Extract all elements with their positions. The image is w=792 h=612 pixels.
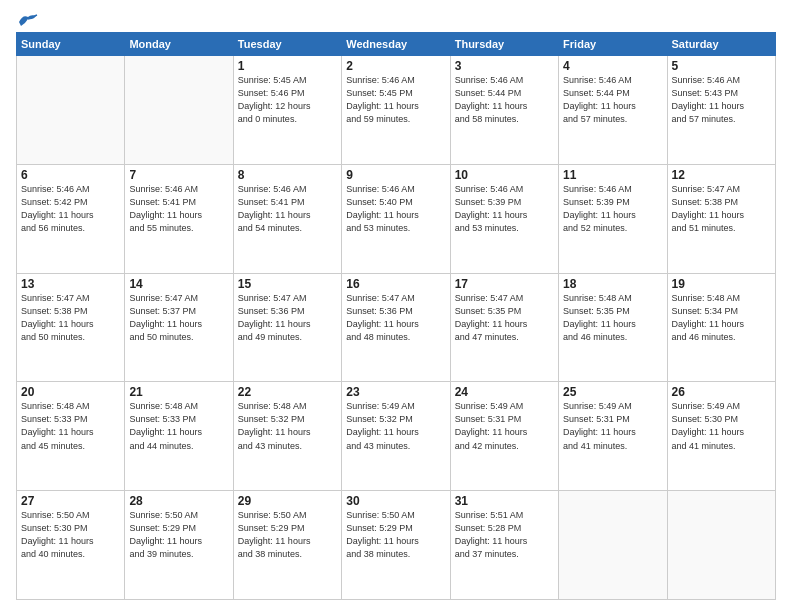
day-number: 24 <box>455 385 554 399</box>
header <box>16 12 776 24</box>
day-number: 22 <box>238 385 337 399</box>
day-number: 30 <box>346 494 445 508</box>
day-info: Sunrise: 5:47 AM Sunset: 5:36 PM Dayligh… <box>346 292 445 344</box>
logo <box>16 12 40 24</box>
day-number: 21 <box>129 385 228 399</box>
day-number: 2 <box>346 59 445 73</box>
day-number: 1 <box>238 59 337 73</box>
day-number: 18 <box>563 277 662 291</box>
day-number: 23 <box>346 385 445 399</box>
day-number: 11 <box>563 168 662 182</box>
day-cell-25: 25Sunrise: 5:49 AM Sunset: 5:31 PM Dayli… <box>559 382 667 491</box>
day-number: 31 <box>455 494 554 508</box>
day-info: Sunrise: 5:46 AM Sunset: 5:45 PM Dayligh… <box>346 74 445 126</box>
day-number: 9 <box>346 168 445 182</box>
day-cell-8: 8Sunrise: 5:46 AM Sunset: 5:41 PM Daylig… <box>233 164 341 273</box>
day-cell-17: 17Sunrise: 5:47 AM Sunset: 5:35 PM Dayli… <box>450 273 558 382</box>
day-info: Sunrise: 5:46 AM Sunset: 5:43 PM Dayligh… <box>672 74 771 126</box>
day-cell-20: 20Sunrise: 5:48 AM Sunset: 5:33 PM Dayli… <box>17 382 125 491</box>
weekday-thursday: Thursday <box>450 33 558 56</box>
page: SundayMondayTuesdayWednesdayThursdayFrid… <box>0 0 792 612</box>
day-info: Sunrise: 5:47 AM Sunset: 5:35 PM Dayligh… <box>455 292 554 344</box>
day-info: Sunrise: 5:46 AM Sunset: 5:39 PM Dayligh… <box>455 183 554 235</box>
day-info: Sunrise: 5:49 AM Sunset: 5:31 PM Dayligh… <box>563 400 662 452</box>
day-cell-23: 23Sunrise: 5:49 AM Sunset: 5:32 PM Dayli… <box>342 382 450 491</box>
week-row-4: 20Sunrise: 5:48 AM Sunset: 5:33 PM Dayli… <box>17 382 776 491</box>
day-number: 26 <box>672 385 771 399</box>
day-cell-1: 1Sunrise: 5:45 AM Sunset: 5:46 PM Daylig… <box>233 56 341 165</box>
day-number: 19 <box>672 277 771 291</box>
day-number: 12 <box>672 168 771 182</box>
day-info: Sunrise: 5:46 AM Sunset: 5:41 PM Dayligh… <box>238 183 337 235</box>
day-info: Sunrise: 5:47 AM Sunset: 5:38 PM Dayligh… <box>21 292 120 344</box>
day-cell-10: 10Sunrise: 5:46 AM Sunset: 5:39 PM Dayli… <box>450 164 558 273</box>
day-cell-14: 14Sunrise: 5:47 AM Sunset: 5:37 PM Dayli… <box>125 273 233 382</box>
day-cell-31: 31Sunrise: 5:51 AM Sunset: 5:28 PM Dayli… <box>450 491 558 600</box>
day-info: Sunrise: 5:48 AM Sunset: 5:33 PM Dayligh… <box>129 400 228 452</box>
day-info: Sunrise: 5:46 AM Sunset: 5:42 PM Dayligh… <box>21 183 120 235</box>
day-number: 4 <box>563 59 662 73</box>
day-number: 5 <box>672 59 771 73</box>
weekday-wednesday: Wednesday <box>342 33 450 56</box>
day-info: Sunrise: 5:46 AM Sunset: 5:41 PM Dayligh… <box>129 183 228 235</box>
week-row-1: 1Sunrise: 5:45 AM Sunset: 5:46 PM Daylig… <box>17 56 776 165</box>
day-cell-6: 6Sunrise: 5:46 AM Sunset: 5:42 PM Daylig… <box>17 164 125 273</box>
day-info: Sunrise: 5:50 AM Sunset: 5:29 PM Dayligh… <box>129 509 228 561</box>
day-info: Sunrise: 5:46 AM Sunset: 5:40 PM Dayligh… <box>346 183 445 235</box>
day-number: 10 <box>455 168 554 182</box>
day-number: 28 <box>129 494 228 508</box>
day-info: Sunrise: 5:47 AM Sunset: 5:36 PM Dayligh… <box>238 292 337 344</box>
day-cell-26: 26Sunrise: 5:49 AM Sunset: 5:30 PM Dayli… <box>667 382 775 491</box>
empty-cell <box>559 491 667 600</box>
day-info: Sunrise: 5:46 AM Sunset: 5:44 PM Dayligh… <box>563 74 662 126</box>
day-cell-9: 9Sunrise: 5:46 AM Sunset: 5:40 PM Daylig… <box>342 164 450 273</box>
calendar-table: SundayMondayTuesdayWednesdayThursdayFrid… <box>16 32 776 600</box>
day-cell-16: 16Sunrise: 5:47 AM Sunset: 5:36 PM Dayli… <box>342 273 450 382</box>
day-cell-13: 13Sunrise: 5:47 AM Sunset: 5:38 PM Dayli… <box>17 273 125 382</box>
day-number: 13 <box>21 277 120 291</box>
day-number: 25 <box>563 385 662 399</box>
empty-cell <box>17 56 125 165</box>
day-cell-5: 5Sunrise: 5:46 AM Sunset: 5:43 PM Daylig… <box>667 56 775 165</box>
weekday-friday: Friday <box>559 33 667 56</box>
day-info: Sunrise: 5:48 AM Sunset: 5:32 PM Dayligh… <box>238 400 337 452</box>
day-info: Sunrise: 5:46 AM Sunset: 5:39 PM Dayligh… <box>563 183 662 235</box>
day-cell-4: 4Sunrise: 5:46 AM Sunset: 5:44 PM Daylig… <box>559 56 667 165</box>
day-info: Sunrise: 5:50 AM Sunset: 5:29 PM Dayligh… <box>346 509 445 561</box>
day-info: Sunrise: 5:51 AM Sunset: 5:28 PM Dayligh… <box>455 509 554 561</box>
day-cell-27: 27Sunrise: 5:50 AM Sunset: 5:30 PM Dayli… <box>17 491 125 600</box>
day-number: 8 <box>238 168 337 182</box>
day-cell-30: 30Sunrise: 5:50 AM Sunset: 5:29 PM Dayli… <box>342 491 450 600</box>
day-cell-11: 11Sunrise: 5:46 AM Sunset: 5:39 PM Dayli… <box>559 164 667 273</box>
day-number: 14 <box>129 277 228 291</box>
day-number: 16 <box>346 277 445 291</box>
weekday-sunday: Sunday <box>17 33 125 56</box>
day-cell-19: 19Sunrise: 5:48 AM Sunset: 5:34 PM Dayli… <box>667 273 775 382</box>
day-cell-12: 12Sunrise: 5:47 AM Sunset: 5:38 PM Dayli… <box>667 164 775 273</box>
day-info: Sunrise: 5:48 AM Sunset: 5:33 PM Dayligh… <box>21 400 120 452</box>
day-info: Sunrise: 5:47 AM Sunset: 5:38 PM Dayligh… <box>672 183 771 235</box>
day-number: 27 <box>21 494 120 508</box>
day-cell-24: 24Sunrise: 5:49 AM Sunset: 5:31 PM Dayli… <box>450 382 558 491</box>
week-row-3: 13Sunrise: 5:47 AM Sunset: 5:38 PM Dayli… <box>17 273 776 382</box>
day-cell-15: 15Sunrise: 5:47 AM Sunset: 5:36 PM Dayli… <box>233 273 341 382</box>
empty-cell <box>125 56 233 165</box>
day-info: Sunrise: 5:45 AM Sunset: 5:46 PM Dayligh… <box>238 74 337 126</box>
weekday-monday: Monday <box>125 33 233 56</box>
day-number: 15 <box>238 277 337 291</box>
day-info: Sunrise: 5:49 AM Sunset: 5:31 PM Dayligh… <box>455 400 554 452</box>
day-cell-2: 2Sunrise: 5:46 AM Sunset: 5:45 PM Daylig… <box>342 56 450 165</box>
week-row-2: 6Sunrise: 5:46 AM Sunset: 5:42 PM Daylig… <box>17 164 776 273</box>
day-info: Sunrise: 5:49 AM Sunset: 5:32 PM Dayligh… <box>346 400 445 452</box>
day-number: 20 <box>21 385 120 399</box>
day-info: Sunrise: 5:49 AM Sunset: 5:30 PM Dayligh… <box>672 400 771 452</box>
day-cell-21: 21Sunrise: 5:48 AM Sunset: 5:33 PM Dayli… <box>125 382 233 491</box>
day-cell-28: 28Sunrise: 5:50 AM Sunset: 5:29 PM Dayli… <box>125 491 233 600</box>
week-row-5: 27Sunrise: 5:50 AM Sunset: 5:30 PM Dayli… <box>17 491 776 600</box>
weekday-header-row: SundayMondayTuesdayWednesdayThursdayFrid… <box>17 33 776 56</box>
day-info: Sunrise: 5:50 AM Sunset: 5:30 PM Dayligh… <box>21 509 120 561</box>
day-cell-7: 7Sunrise: 5:46 AM Sunset: 5:41 PM Daylig… <box>125 164 233 273</box>
day-cell-29: 29Sunrise: 5:50 AM Sunset: 5:29 PM Dayli… <box>233 491 341 600</box>
weekday-tuesday: Tuesday <box>233 33 341 56</box>
day-number: 17 <box>455 277 554 291</box>
